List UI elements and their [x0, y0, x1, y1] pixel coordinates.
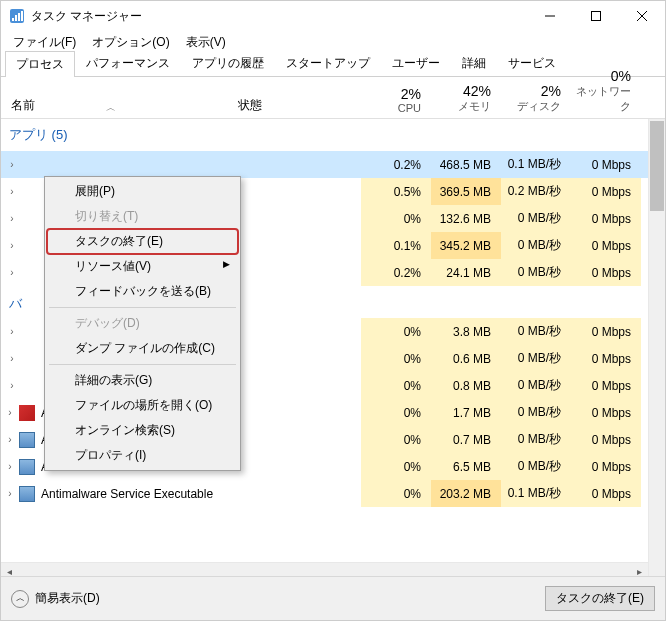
amd-icon — [19, 405, 35, 421]
expand-icon[interactable]: › — [1, 488, 19, 499]
cell-mem: 203.2 MB — [431, 480, 501, 507]
cell-cpu: 0.5% — [361, 178, 431, 205]
column-name[interactable]: ︿ 名前 — [1, 97, 238, 118]
svg-rect-6 — [592, 12, 601, 21]
cell-cpu: 0.1% — [361, 232, 431, 259]
tabbar: プロセス パフォーマンス アプリの履歴 スタートアップ ユーザー 詳細 サービス — [1, 53, 665, 77]
tab-services[interactable]: サービス — [497, 50, 567, 76]
cell-mem: 1.7 MB — [431, 399, 501, 426]
process-row[interactable]: ›Antimalware Service Executable0%203.2 M… — [1, 480, 665, 507]
cell-disk: 0 MB/秒 — [501, 399, 571, 426]
cell-cpu: 0.2% — [361, 151, 431, 178]
expand-icon[interactable]: › — [1, 267, 23, 278]
expand-icon[interactable]: › — [1, 159, 23, 170]
cell-disk: 0 MB/秒 — [501, 318, 571, 345]
cell-mem: 345.2 MB — [431, 232, 501, 259]
cell-disk: 0.1 MB/秒 — [501, 151, 571, 178]
cell-net: 0 Mbps — [571, 426, 641, 453]
context-menu-item[interactable]: ファイルの場所を開く(O) — [47, 393, 238, 418]
context-menu-item[interactable]: フィードバックを送る(B) — [47, 279, 238, 304]
cell-disk: 0 MB/秒 — [501, 259, 571, 286]
expand-icon[interactable]: › — [1, 326, 23, 337]
menu-separator — [49, 307, 236, 308]
tab-processes[interactable]: プロセス — [5, 51, 75, 77]
service-icon — [19, 459, 35, 475]
expand-icon[interactable]: › — [1, 353, 23, 364]
column-disk[interactable]: 2%ディスク — [501, 83, 571, 118]
cell-net: 0 Mbps — [571, 318, 641, 345]
cell-cpu: 0% — [361, 318, 431, 345]
svg-rect-4 — [21, 11, 23, 21]
minimize-button[interactable] — [527, 1, 573, 31]
footer: ︿ 簡易表示(D) タスクの終了(E) — [1, 576, 665, 620]
context-menu-item[interactable]: ダンプ ファイルの作成(C) — [47, 336, 238, 361]
expand-icon[interactable]: › — [1, 213, 23, 224]
cell-cpu: 0.2% — [361, 259, 431, 286]
titlebar: タスク マネージャー — [1, 1, 665, 31]
svg-rect-1 — [12, 18, 14, 21]
column-status[interactable]: 状態 — [238, 97, 361, 118]
context-menu-item[interactable]: リソース値(V)▶ — [47, 254, 238, 279]
expand-icon[interactable]: › — [1, 461, 19, 472]
brief-view-label: 簡易表示(D) — [35, 590, 100, 607]
cell-mem: 468.5 MB — [431, 151, 501, 178]
cell-net: 0 Mbps — [571, 399, 641, 426]
cell-disk: 0 MB/秒 — [501, 453, 571, 480]
expand-icon[interactable]: › — [1, 240, 23, 251]
cell-net: 0 Mbps — [571, 178, 641, 205]
maximize-button[interactable] — [573, 1, 619, 31]
tab-details[interactable]: 詳細 — [451, 50, 497, 76]
cell-cpu: 0% — [361, 345, 431, 372]
process-row[interactable]: › 0.2% 468.5 MB 0.1 MB/秒 0 Mbps — [1, 151, 665, 178]
close-button[interactable] — [619, 1, 665, 31]
service-icon — [19, 486, 35, 502]
cell-net: 0 Mbps — [571, 453, 641, 480]
context-menu: 展開(P)切り替え(T)タスクの終了(E)リソース値(V)▶フィードバックを送る… — [44, 176, 241, 471]
column-cpu[interactable]: 2%CPU — [361, 86, 431, 118]
context-menu-item[interactable]: タスクの終了(E) — [47, 229, 238, 254]
context-menu-item: 切り替え(T) — [47, 204, 238, 229]
tab-users[interactable]: ユーザー — [381, 50, 451, 76]
cell-mem: 132.6 MB — [431, 205, 501, 232]
cell-disk: 0 MB/秒 — [501, 205, 571, 232]
tab-performance[interactable]: パフォーマンス — [75, 50, 181, 76]
cell-cpu: 0% — [361, 480, 431, 507]
submenu-arrow-icon: ▶ — [223, 259, 230, 269]
scroll-thumb[interactable] — [650, 121, 664, 211]
group-apps[interactable]: アプリ (5) — [1, 119, 665, 151]
context-menu-item[interactable]: 詳細の表示(G) — [47, 368, 238, 393]
menu-file[interactable]: ファイル(F) — [7, 32, 82, 53]
tab-startup[interactable]: スタートアップ — [275, 50, 381, 76]
cell-net: 0 Mbps — [571, 205, 641, 232]
cell-mem: 0.6 MB — [431, 345, 501, 372]
tab-app-history[interactable]: アプリの履歴 — [181, 50, 275, 76]
column-network[interactable]: 0%ネットワーク — [571, 68, 641, 118]
window-title: タスク マネージャー — [31, 8, 527, 25]
cell-cpu: 0% — [361, 372, 431, 399]
svg-rect-2 — [15, 15, 17, 21]
cell-disk: 0 MB/秒 — [501, 372, 571, 399]
menu-separator — [49, 364, 236, 365]
column-headers: ︿ 名前 状態 2%CPU 42%メモリ 2%ディスク 0%ネットワーク — [1, 77, 665, 119]
app-icon — [9, 8, 25, 24]
cell-disk: 0.2 MB/秒 — [501, 178, 571, 205]
end-task-button[interactable]: タスクの終了(E) — [545, 586, 655, 611]
context-menu-item[interactable]: オンライン検索(S) — [47, 418, 238, 443]
expand-icon[interactable]: › — [1, 434, 19, 445]
sort-indicator-icon: ︿ — [106, 101, 116, 115]
expand-icon[interactable]: › — [1, 407, 19, 418]
context-menu-item: デバッグ(D) — [47, 311, 238, 336]
chevron-up-icon: ︿ — [11, 590, 29, 608]
vertical-scrollbar[interactable] — [648, 119, 665, 579]
column-memory[interactable]: 42%メモリ — [431, 83, 501, 118]
brief-view-button[interactable]: ︿ 簡易表示(D) — [11, 590, 100, 608]
cell-net: 0 Mbps — [571, 372, 641, 399]
cell-disk: 0 MB/秒 — [501, 426, 571, 453]
expand-icon[interactable]: › — [1, 186, 23, 197]
cell-disk: 0 MB/秒 — [501, 232, 571, 259]
context-menu-item[interactable]: プロパティ(I) — [47, 443, 238, 468]
cell-cpu: 0% — [361, 453, 431, 480]
cell-net: 0 Mbps — [571, 259, 641, 286]
context-menu-item[interactable]: 展開(P) — [47, 179, 238, 204]
expand-icon[interactable]: › — [1, 380, 23, 391]
